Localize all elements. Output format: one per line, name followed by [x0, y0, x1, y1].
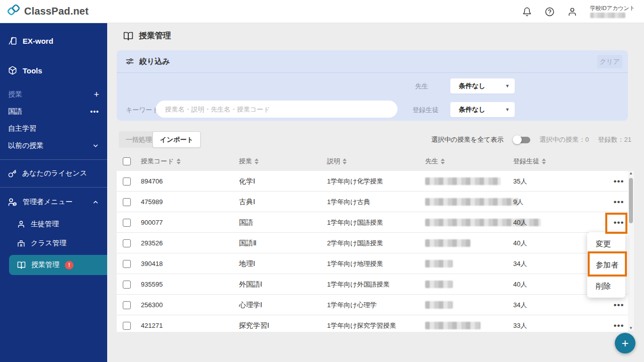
sidebar-label: 授業管理	[31, 260, 59, 269]
sidebar-item-student-management[interactable]: 生徒管理	[0, 215, 107, 234]
teacher-filter-dropdown[interactable]: 条件なし ▼	[450, 78, 515, 94]
scroll-up-arrow-icon[interactable]: ▲	[629, 171, 633, 176]
lesson-name: 古典Ⅰ	[239, 192, 255, 212]
row-checkbox[interactable]	[123, 260, 131, 268]
lesson-code: 390418	[141, 253, 163, 274]
row-actions-kebab-icon[interactable]: •••	[608, 212, 628, 233]
students-filter-dropdown[interactable]: 条件なし ▼	[450, 102, 515, 117]
sidebar-label: Tools	[23, 66, 42, 75]
user-icon[interactable]	[568, 7, 577, 17]
lesson-code: 935595	[141, 274, 163, 295]
row-context-menu: 変更参加者削除	[587, 232, 625, 298]
sidebar-label: 生徒管理	[31, 220, 59, 229]
topbar-actions: 学校IDアカウント	[522, 0, 635, 23]
show-selected-toggle[interactable]	[513, 135, 530, 144]
row-checkbox[interactable]	[123, 322, 131, 330]
teacher-name-redacted	[425, 260, 453, 267]
dropdown-value: 条件なし	[459, 105, 486, 114]
add-lesson-fab[interactable]: +	[615, 333, 635, 353]
sidebar-item-previous-lessons[interactable]: 以前の授業	[0, 137, 107, 154]
row-checkbox[interactable]	[123, 301, 131, 309]
column-header-description[interactable]: 説明	[327, 152, 347, 171]
sort-icon[interactable]	[343, 158, 347, 164]
classpad-logo[interactable]: ClassPad.net	[7, 5, 89, 18]
row-actions-kebab-icon[interactable]: •••	[608, 171, 628, 192]
lesson-name: 国語	[239, 212, 253, 233]
clear-filter-button[interactable]: クリア	[597, 55, 622, 68]
row-actions-kebab-icon[interactable]: •••	[608, 295, 628, 315]
lesson-description: 1学年向け国語授業	[327, 212, 383, 233]
row-checkbox[interactable]	[123, 177, 131, 186]
sidebar-item-self-study[interactable]: 自主学習	[0, 120, 107, 137]
sidebar-label: 国語	[8, 107, 22, 116]
add-lesson-icon[interactable]: +	[94, 90, 99, 99]
total-count: 登録数：21	[598, 135, 631, 144]
sort-icon[interactable]	[255, 158, 259, 164]
filter-panel: 絞り込み クリア 先生 条件なし ▼ キーワード 登録生徒 条件なし ▼	[117, 50, 628, 121]
student-count: 33人	[513, 315, 527, 332]
student-count: 9人	[513, 192, 523, 212]
table-row[interactable]: 475989 古典Ⅰ 1学年向け古典 9人 •••	[117, 192, 628, 212]
lesson-description: 1学年向け化学授業	[327, 171, 383, 192]
account-info[interactable]: 学校IDアカウント	[590, 6, 635, 18]
context-menu-item[interactable]: 変更	[587, 233, 625, 254]
kebab-menu-icon[interactable]: •••	[90, 108, 99, 115]
row-actions-kebab-icon[interactable]: •••	[608, 315, 628, 332]
column-header-teacher[interactable]: 先生	[425, 152, 445, 171]
help-icon[interactable]	[545, 7, 554, 17]
table-row[interactable]: 900077 国語 1学年向け国語授業 40人 •••	[117, 212, 628, 233]
table-row[interactable]: 421271 探究学習Ⅰ 1学年向け探究学習授業 33人 •••	[117, 315, 628, 332]
row-checkbox[interactable]	[123, 219, 131, 227]
sidebar-item-admin-menu[interactable]: 管理者メニュー	[0, 193, 107, 212]
row-checkbox[interactable]	[123, 198, 131, 206]
table-row[interactable]: 390418 地理Ⅰ 1学年向け地理授業 34人 •••	[117, 253, 628, 274]
caret-down-icon: ▼	[505, 107, 510, 112]
select-all-checkbox[interactable]	[123, 157, 131, 165]
scroll-down-arrow-icon[interactable]: ▼	[629, 326, 633, 331]
sidebar-label: 自主学習	[8, 124, 36, 133]
sort-icon[interactable]	[542, 158, 546, 164]
row-checkbox[interactable]	[123, 239, 131, 247]
context-menu-item[interactable]: 削除	[587, 276, 625, 297]
row-actions-kebab-icon[interactable]: •••	[608, 192, 628, 212]
table-row[interactable]: 293526 国語Ⅱ 2学年向け国語授業 40人 •••	[117, 233, 628, 253]
row-checkbox[interactable]	[123, 281, 131, 289]
toolbox-icon	[8, 66, 17, 75]
teacher-filter-label: 先生	[415, 82, 428, 91]
student-count: 40人	[513, 212, 527, 233]
sidebar-item-class-management[interactable]: クラス管理	[0, 234, 107, 253]
toggle-knob	[513, 135, 522, 144]
table-row[interactable]: 935595 外国語Ⅰ 1学年向け外国語授業 40人 •••	[117, 274, 628, 295]
table-scrollbar[interactable]: ▲ ▼	[628, 171, 634, 331]
table-row[interactable]: 894706 化学Ⅰ 1学年向け化学授業 35人 •••	[117, 171, 628, 192]
lesson-name: 探究学習Ⅰ	[239, 315, 269, 332]
sidebar-item-your-license[interactable]: あなたのライセンス	[0, 165, 107, 182]
column-header-subject[interactable]: 授業	[239, 152, 259, 171]
bell-icon[interactable]	[522, 7, 532, 17]
scrollbar-thumb[interactable]	[629, 178, 633, 223]
sidebar-item-lesson-management-active[interactable]: 授業管理 !	[9, 255, 107, 275]
lesson-description: 1学年向け外国語授業	[327, 274, 390, 295]
sort-icon[interactable]	[177, 158, 181, 164]
sidebar-item-tools[interactable]: Tools	[0, 59, 107, 82]
sidebar-item-ex-word[interactable]: EX-word	[0, 29, 107, 52]
page-title-text: 授業管理	[139, 31, 171, 41]
import-button[interactable]: インポート	[152, 131, 201, 148]
student-count: 40人	[513, 233, 527, 253]
keyword-search-input[interactable]	[156, 101, 397, 118]
context-menu-item[interactable]: 参加者	[587, 254, 625, 276]
teacher-name-redacted	[425, 322, 480, 329]
lesson-name: 地理Ⅰ	[239, 253, 255, 274]
lesson-description: 1学年向け探究学習授業	[327, 315, 396, 332]
column-header-students[interactable]: 登録生徒	[513, 152, 546, 171]
student-count: 34人	[513, 295, 527, 315]
keyword-label: キーワード	[126, 106, 159, 115]
table-row[interactable]: 256300 心理学Ⅰ 1学年向け心理学 34人 •••	[117, 295, 628, 315]
chevron-up-icon	[92, 199, 99, 206]
sort-icon[interactable]	[441, 158, 445, 164]
divider	[0, 187, 107, 188]
column-header-code[interactable]: 授業コード	[141, 152, 181, 171]
lesson-name: 国語Ⅱ	[239, 233, 257, 253]
student-count: 34人	[513, 253, 527, 274]
sidebar-item-kokugo[interactable]: 国語 •••	[0, 103, 107, 120]
